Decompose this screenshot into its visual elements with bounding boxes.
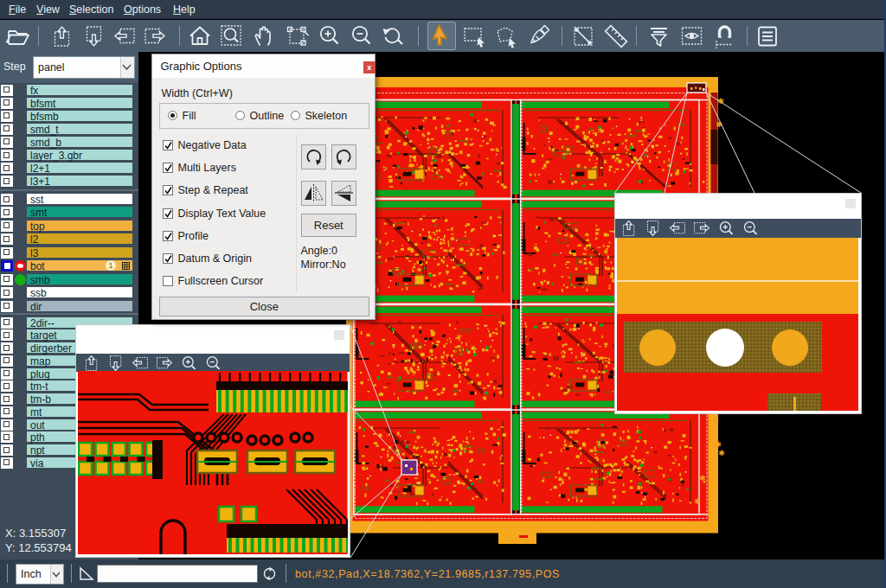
- svg-text:✱: ✱: [694, 497, 701, 506]
- svg-text:✱: ✱: [716, 120, 722, 129]
- svg-text:✱: ✱: [699, 474, 706, 483]
- svg-text:✱: ✱: [712, 417, 719, 425]
- svg-text:✱: ✱: [718, 449, 725, 457]
- svg-text:✱: ✱: [715, 440, 722, 449]
- svg-text:✱: ✱: [717, 97, 724, 105]
